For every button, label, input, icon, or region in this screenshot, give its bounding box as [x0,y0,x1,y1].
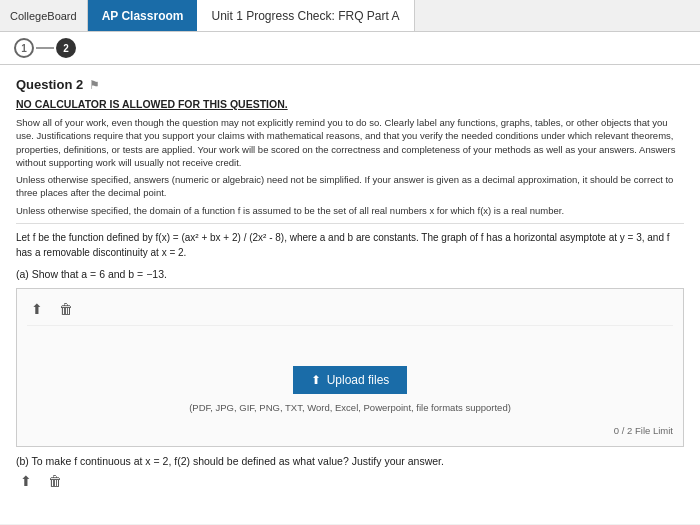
main-content: Question 2 ⚑ NO CALCULATOR IS ALLOWED FO… [0,65,700,524]
upload-center: ⬆ Upload files (PDF, JPG, GIF, PNG, TXT,… [27,356,673,419]
college-board-link[interactable]: CollegeBoard [0,0,88,31]
upload-hint: (PDF, JPG, GIF, PNG, TXT, Word, Excel, P… [189,402,511,413]
divider [16,223,684,224]
tab-unit-title[interactable]: Unit 1 Progress Check: FRQ Part A [197,0,414,31]
flag-icon[interactable]: ⚑ [89,78,100,92]
instruction-3: Unless otherwise specified, the domain o… [16,204,684,217]
college-board-label: CollegeBoard [10,10,77,22]
upload-arrow-icon: ⬆ [311,373,321,387]
part-b: (b) To make f continuous at x = 2, f(2) … [16,455,684,495]
part-a-label: (a) Show that a = 6 and b = −13. [16,268,684,280]
step-indicator: 1 2 [0,32,700,65]
step-1[interactable]: 1 [14,38,34,58]
tab-ap-classroom[interactable]: AP Classroom [88,0,198,31]
problem-statement: Let f be the function defined by f(x) = … [16,230,684,260]
upload-area: ⬆ 🗑 ⬆ Upload files (PDF, JPG, GIF, PNG, … [16,288,684,447]
top-bar: CollegeBoard AP Classroom Unit 1 Progres… [0,0,700,32]
no-calculator-notice: NO CALCULATOR IS ALLOWED FOR THIS QUESTI… [16,98,684,110]
part-b-label: (b) To make f continuous at x = 2, f(2) … [16,455,684,467]
step-2[interactable]: 2 [56,38,76,58]
upload-toolbar-upload-btn[interactable]: ⬆ [27,299,47,319]
part-b-upload-btn[interactable]: ⬆ [16,471,36,491]
part-b-toolbar: ⬆ 🗑 [16,467,684,495]
step-connector [36,47,54,49]
instruction-1: Show all of your work, even though the q… [16,116,684,169]
file-limit: 0 / 2 File Limit [27,425,673,436]
upload-toolbar: ⬆ 🗑 [27,299,673,326]
instruction-2: Unless otherwise specified, answers (num… [16,173,684,200]
upload-toolbar-delete-btn[interactable]: 🗑 [55,299,77,319]
question-title: Question 2 [16,77,83,92]
part-b-delete-btn[interactable]: 🗑 [44,471,66,491]
question-header: Question 2 ⚑ [16,77,684,92]
upload-files-button[interactable]: ⬆ Upload files [293,366,408,394]
